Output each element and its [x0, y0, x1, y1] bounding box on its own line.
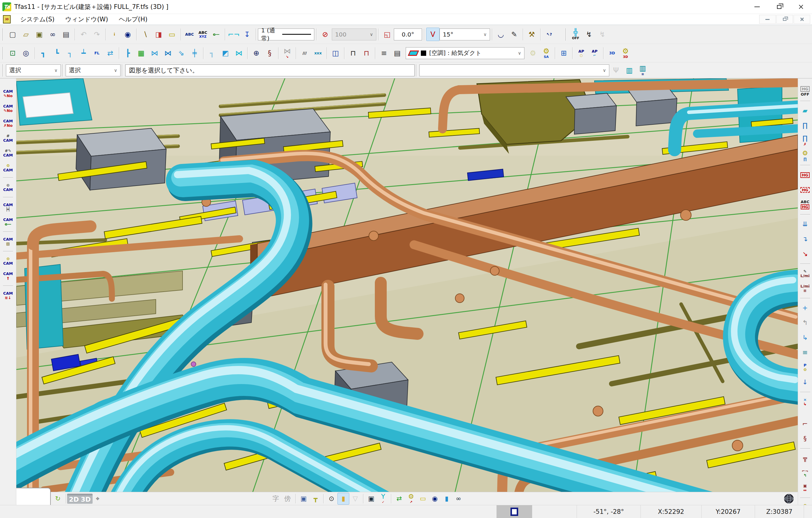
- clean-display-button[interactable]: ∖: [139, 28, 152, 41]
- cam-sheet-config-button[interactable]: ⚙CAM: [1, 160, 14, 175]
- cam-duct-import-button[interactable]: CAM≋↓: [1, 288, 14, 303]
- elbow-connect-button[interactable]: ↘: [799, 247, 812, 262]
- pen-disable-button[interactable]: ⊘: [318, 28, 332, 41]
- ruler-measure-button[interactable]: ▭: [417, 493, 429, 505]
- display-settings-button[interactable]: ⊡: [6, 46, 19, 60]
- text-display-toggle[interactable]: 字: [270, 493, 282, 505]
- hg-dashed-button[interactable]: HG: [799, 182, 812, 197]
- coordinate-text-button[interactable]: ABCXYZ: [196, 28, 209, 41]
- duct-parts-config-button[interactable]: ⚙∏: [799, 148, 812, 163]
- duct-red-elbow-button[interactable]: ⌐: [799, 416, 812, 431]
- insulation-button[interactable]: xxx: [311, 46, 325, 60]
- cam-sheet-button[interactable]: #CAM: [1, 131, 14, 145]
- search-combo[interactable]: ∨: [419, 64, 609, 76]
- camera-view-button[interactable]: ▣: [365, 493, 377, 505]
- hg-solid-button[interactable]: HG: [799, 167, 812, 182]
- orbit-globe-icon[interactable]: [784, 493, 794, 504]
- tool-hammer-button[interactable]: ⚒: [525, 28, 539, 41]
- context-help-button[interactable]: ↖?: [543, 28, 556, 41]
- cam-mouse-button[interactable]: ⊙CAM: [1, 180, 14, 195]
- reference-point-button[interactable]: ◱: [380, 28, 394, 41]
- view-3d-button[interactable]: 3D: [80, 493, 92, 505]
- undo-button[interactable]: ↶: [77, 28, 90, 41]
- print-button[interactable]: ▤: [59, 28, 73, 41]
- pipe-select-edit-button[interactable]: ◩: [219, 46, 232, 60]
- new-file-button[interactable]: ▢: [6, 28, 19, 41]
- menu-help[interactable]: ヘルプ(H): [113, 14, 153, 25]
- cam-sheet-edit-button[interactable]: #✎CAM: [1, 145, 14, 160]
- zoom-detail-button[interactable]: ◉: [429, 493, 441, 505]
- valve-remove-button[interactable]: ⋈↘: [281, 46, 294, 60]
- child-minimize-button[interactable]: [759, 15, 776, 24]
- layer-sa-button[interactable]: ⚙SA: [540, 46, 553, 60]
- parts-gear-button[interactable]: P⚙: [799, 360, 812, 375]
- duct-red-dimension-button[interactable]: ╦: [799, 451, 812, 466]
- save-button[interactable]: ▣: [33, 28, 46, 41]
- layer-edit-button[interactable]: ⚙: [526, 46, 540, 60]
- pipe-offset-button[interactable]: ⇄: [104, 46, 117, 60]
- cam-anchor-button[interactable]: CAM†: [1, 269, 14, 283]
- search-file-button[interactable]: ∞: [46, 28, 59, 41]
- angle-snap-toggle[interactable]: V: [426, 28, 439, 41]
- shape-select-button[interactable]: ⌐¬: [227, 28, 240, 41]
- layer-dropdown[interactable]: [空調] : 給気ダクト ∨: [406, 47, 524, 59]
- clip-volume-button[interactable]: ▮: [441, 493, 453, 505]
- duct-parts-blue-button[interactable]: ∏: [799, 118, 812, 133]
- direction-arrows-button[interactable]: ⇄: [393, 493, 405, 505]
- duct-red-stretch-button[interactable]: ▣↔: [799, 481, 812, 495]
- view-2d-button[interactable]: 2D: [68, 493, 80, 505]
- voice-input-button[interactable]: Ψ: [609, 63, 622, 77]
- close-button[interactable]: [790, 0, 812, 13]
- pipe-elbow-button[interactable]: ┓: [37, 46, 50, 60]
- text-hg-button[interactable]: ABCHG: [799, 197, 812, 212]
- view-3d-button[interactable]: 3D: [605, 46, 619, 60]
- pipe-accessory-button[interactable]: ┳: [310, 493, 321, 505]
- cam-number-assign-button[interactable]: CAM✎No: [1, 86, 14, 101]
- mouse-mode-button[interactable]: ⊙: [325, 493, 338, 505]
- minimize-button[interactable]: [746, 0, 768, 13]
- pipe-trim-button[interactable]: ┓: [205, 46, 219, 60]
- equipment-insert-button[interactable]: ▦: [135, 46, 148, 60]
- lmi-list-button[interactable]: L/mi≡: [799, 281, 812, 296]
- parts-search-button[interactable]: ▥: [622, 63, 636, 77]
- sheet-list-button[interactable]: ▤: [390, 46, 404, 60]
- text-memo-button[interactable]: ABC: [183, 28, 196, 41]
- pipe-tee-button[interactable]: ┷: [77, 46, 90, 60]
- swap-elbow-gray-button[interactable]: ↰: [799, 316, 812, 330]
- pipe-drop-button[interactable]: ┐: [63, 46, 77, 60]
- section-toggle-button[interactable]: Y✓: [377, 493, 389, 505]
- system-monitor-button[interactable]: ⊞: [557, 46, 571, 60]
- fit-center-button[interactable]: +: [799, 301, 812, 316]
- grid-snap-off-button[interactable]: ╬OFF: [569, 28, 582, 41]
- pipe-floor-level-button[interactable]: FL: [90, 46, 104, 60]
- zoom-info-button[interactable]: ◉: [121, 28, 135, 41]
- lmi-edit-button[interactable]: ✎L/mi: [799, 266, 812, 281]
- valve-between-button[interactable]: ⋈: [161, 46, 175, 60]
- support-hanger-button[interactable]: ⊓: [346, 46, 360, 60]
- partial-redraw-button[interactable]: ◨: [152, 28, 165, 41]
- trim-mode-button[interactable]: ↯: [582, 28, 596, 41]
- extend-mode-button[interactable]: ↯: [596, 28, 609, 41]
- pump-symbol-button[interactable]: ⊕: [250, 46, 263, 60]
- key-lock-button[interactable]: o—: [209, 28, 223, 41]
- scale-dropdown[interactable]: 100 ∨: [332, 28, 376, 40]
- select-mode-dropdown-1[interactable]: 選択 ∨: [6, 64, 61, 76]
- shading-toggle-button[interactable]: ▮: [338, 493, 349, 505]
- orbit-tool-button[interactable]: ⚙↗: [405, 493, 417, 505]
- hatch-draw-button[interactable]: ///: [298, 46, 311, 60]
- pipe-branch-button[interactable]: ┣: [121, 46, 135, 60]
- settings-3d-button[interactable]: ⚙3D: [619, 46, 632, 60]
- updown-convert-button[interactable]: ⇊: [799, 217, 812, 232]
- arc-direction-button[interactable]: ◡: [494, 28, 508, 41]
- parts-register-button[interactable]: ▥≡: [636, 63, 649, 77]
- hg-off-button[interactable]: HGOFF: [799, 84, 812, 99]
- view-search-button[interactable]: ∞: [453, 493, 464, 505]
- duct-fitting-button[interactable]: §: [263, 46, 276, 60]
- restore-button[interactable]: [768, 0, 790, 13]
- cam-number-delete-button[interactable]: CAM✗No: [1, 116, 14, 131]
- cam-key-button[interactable]: CAMo—: [1, 214, 14, 229]
- hidden-line-button[interactable]: ▽: [349, 493, 361, 505]
- duct-parts-button[interactable]: ▰: [799, 103, 812, 118]
- valve-insert-button[interactable]: ⋈: [148, 46, 161, 60]
- open-file-button[interactable]: ▱: [19, 28, 33, 41]
